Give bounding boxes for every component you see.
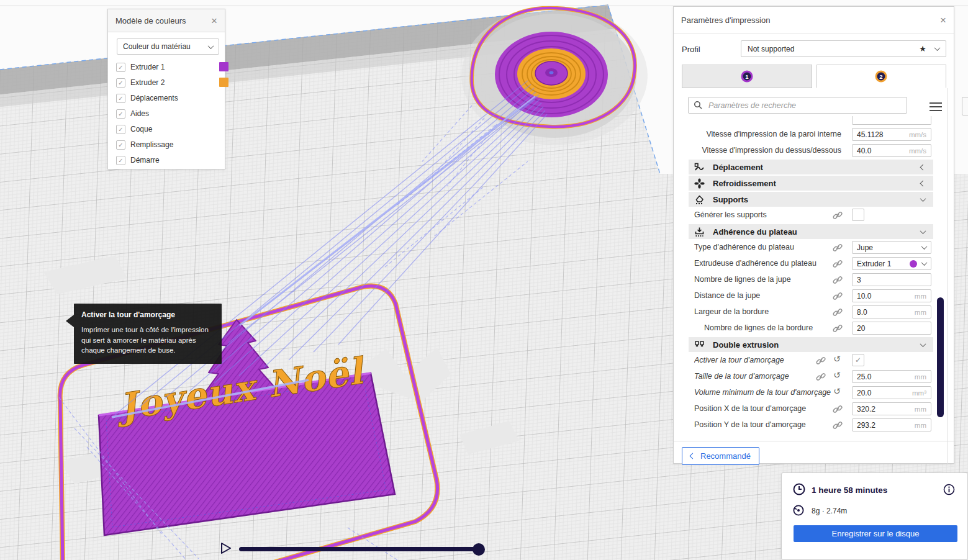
- checkbox-checked[interactable]: ✓: [116, 140, 125, 150]
- legend-row-infill[interactable]: ✓ Remplissage: [116, 138, 173, 151]
- play-button[interactable]: [219, 541, 232, 555]
- legend-label: Déplacements: [130, 94, 178, 102]
- setting-row[interactable]: Nombre de lignes de la bordure 20: [674, 320, 954, 336]
- settings-menu-icon[interactable]: [930, 100, 942, 110]
- setting-row[interactable]: Vitesse d'impression de la paroi interne…: [674, 127, 954, 143]
- print-time-estimate: 1 heure 58 minutes: [812, 485, 887, 495]
- setting-dropdown[interactable]: Extruder 1: [852, 257, 931, 270]
- setting-input[interactable]: 10.0 mm: [852, 289, 931, 302]
- tooltip-line: qui sert à amorcer le matériau après: [81, 335, 214, 346]
- legend-row-extruder2[interactable]: ✓ Extruder 2: [116, 76, 165, 89]
- color-scheme-dropdown[interactable]: Couleur du matériau: [117, 38, 219, 55]
- link-icon: [833, 243, 843, 253]
- tooltip-line: chaque changement de buse.: [81, 345, 214, 356]
- legend-row-travels[interactable]: ✓ Déplacements: [116, 92, 178, 104]
- section-cooling[interactable]: Refroidissement: [689, 176, 933, 191]
- setting-input[interactable]: 8.0 mm: [852, 305, 931, 318]
- setting-row[interactable]: Position X de la tour d'amorçage 320.2 m…: [674, 401, 954, 417]
- adhesion-icon: [694, 227, 705, 237]
- cooling-fan-icon: [694, 178, 705, 189]
- setting-input[interactable]: 20.0 mm³: [852, 386, 931, 399]
- support-icon: [694, 194, 705, 205]
- setting-row[interactable]: Type d'adhérence du plateau Jupe: [674, 240, 954, 256]
- search-icon: [694, 101, 703, 110]
- setting-value: 320.2: [857, 405, 875, 413]
- chevron-down-icon: [920, 341, 926, 347]
- section-supports[interactable]: Supports: [689, 192, 933, 207]
- section-dual-extrusion[interactable]: Double extrusion: [689, 337, 933, 352]
- checkbox-checked[interactable]: ✓: [116, 156, 125, 165]
- setting-value: Extruder 1: [857, 260, 891, 268]
- svg-text:2: 2: [880, 73, 883, 80]
- setting-input[interactable]: 45.1128 mm/s: [852, 128, 931, 141]
- extruder2-color-swatch: [219, 78, 228, 87]
- legend-row-starts[interactable]: ✓ Démarre: [116, 154, 160, 166]
- setting-label: Nombre de lignes de la jupe: [694, 275, 841, 284]
- checkbox-checked[interactable]: ✓: [116, 109, 125, 119]
- legend-label: Extruder 1: [130, 63, 165, 71]
- recommended-mode-button[interactable]: Recommandé: [682, 447, 759, 465]
- extruder1-color-dot: [910, 260, 917, 268]
- setting-input[interactable]: 293.2 mm: [852, 418, 931, 431]
- simulation-slider-handle[interactable]: [473, 543, 485, 556]
- chevron-left-icon: [920, 164, 926, 170]
- chevron-down-icon: [920, 228, 926, 234]
- setting-row[interactable]: Taille de la tour d'amorçage ↺ 25.0 mm: [674, 369, 954, 385]
- checkbox-checked[interactable]: ✓: [116, 63, 125, 72]
- chevron-down-icon: [934, 45, 941, 51]
- section-build-plate-adhesion[interactable]: Adhérence du plateau: [689, 224, 933, 239]
- section-travel[interactable]: Déplacement: [689, 160, 933, 174]
- save-to-disk-button[interactable]: Enregistrer sur le disque: [794, 525, 957, 542]
- setting-checkbox-unchecked[interactable]: [852, 209, 864, 221]
- scroll-gutter-line: [948, 88, 948, 464]
- section-row: Déplacement: [674, 159, 954, 175]
- checkbox-checked[interactable]: ✓: [116, 78, 125, 88]
- setting-unit: mm/s: [909, 131, 926, 138]
- setting-value: 3: [857, 276, 861, 284]
- search-input[interactable]: [707, 101, 902, 111]
- revert-icon[interactable]: ↺: [833, 371, 841, 379]
- close-icon[interactable]: ×: [211, 16, 217, 26]
- settings-search[interactable]: [688, 97, 907, 114]
- setting-value: 10.0: [857, 292, 871, 300]
- info-icon[interactable]: [943, 484, 955, 495]
- setting-row[interactable]: Volume minimum de la tour d'amorçage ↺ 2…: [674, 385, 954, 401]
- setting-dropdown[interactable]: Jupe: [852, 241, 931, 254]
- checkbox-checked[interactable]: ✓: [116, 125, 125, 134]
- setting-row[interactable]: Position Y de la tour d'amorçage 293.2 m…: [674, 417, 954, 433]
- settings-scrollbar[interactable]: [937, 297, 944, 417]
- simulation-slider-track[interactable]: [239, 547, 479, 551]
- legend-row-extruder1[interactable]: ✓ Extruder 1: [116, 61, 165, 73]
- setting-row[interactable]: Largeur de la bordure 8.0 mm: [674, 304, 954, 320]
- link-icon: [833, 275, 843, 285]
- revert-icon[interactable]: ↺: [833, 355, 841, 363]
- setting-checkbox-checked[interactable]: ✓: [852, 354, 864, 366]
- checkbox-checked[interactable]: ✓: [116, 94, 125, 103]
- setting-row[interactable]: Nombre de lignes de la jupe 3: [674, 272, 954, 288]
- setting-row[interactable]: Extrudeuse d'adhérence du plateau Extrud…: [674, 256, 954, 272]
- setting-row[interactable]: Générer les supports: [674, 207, 954, 224]
- setting-row[interactable]: Vitesse d'impression du dessus/dessous 4…: [674, 143, 954, 159]
- legend-row-shell[interactable]: ✓ Coque: [116, 123, 152, 135]
- profile-value: Not supported: [748, 45, 794, 53]
- clipped-setting-field[interactable]: [852, 116, 931, 125]
- setting-input[interactable]: 320.2 mm: [852, 402, 931, 415]
- setting-unit: mm/s: [909, 147, 926, 155]
- collapsed-side-handle[interactable]: [962, 97, 968, 115]
- print-job-panel: 1 heure 58 minutes 8g · 2.74m Enregistre…: [781, 472, 968, 560]
- close-icon[interactable]: ×: [940, 15, 946, 25]
- revert-icon[interactable]: ↺: [833, 387, 841, 395]
- profile-dropdown[interactable]: Not supported ★: [741, 40, 946, 57]
- setting-input[interactable]: 40.0 mm/s: [852, 144, 931, 157]
- chevron-down-icon: [920, 196, 926, 202]
- star-icon[interactable]: ★: [919, 44, 926, 53]
- setting-input[interactable]: 3: [852, 273, 931, 286]
- tab-extruder-1[interactable]: 1: [682, 65, 812, 88]
- legend-row-helpers[interactable]: ✓ Aides: [116, 107, 149, 120]
- setting-row-highlighted[interactable]: Activer la tour d'amorçage ↺ ✓: [674, 353, 954, 369]
- link-icon: [833, 291, 843, 301]
- setting-input[interactable]: 25.0 mm: [852, 370, 931, 383]
- setting-row[interactable]: Distance de la jupe 10.0 mm: [674, 288, 954, 304]
- tab-extruder-2[interactable]: 2: [816, 65, 947, 88]
- setting-input[interactable]: 20: [852, 322, 931, 335]
